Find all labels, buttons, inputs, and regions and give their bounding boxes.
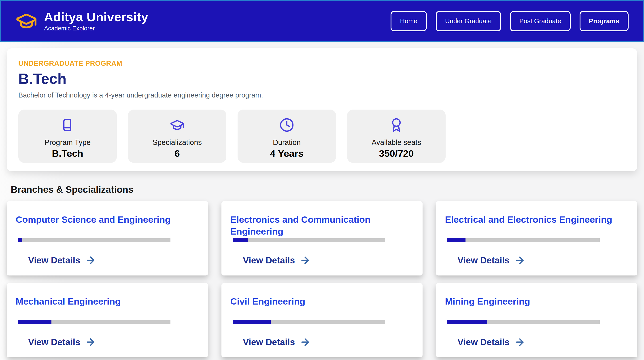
app-header: Aditya University Academic Explorer Home… <box>0 0 644 42</box>
view-details-link[interactable]: View Details <box>28 337 96 348</box>
progress-bar <box>18 238 170 242</box>
nav-button-home[interactable]: Home <box>390 11 426 31</box>
view-details-link[interactable]: View Details <box>243 337 311 348</box>
arrow-right-icon <box>514 337 525 348</box>
stat-value: 6 <box>174 148 180 159</box>
main-nav: Home Under Graduate Post Graduate Progra… <box>390 11 628 31</box>
program-description: Bachelor of Technology is a 4-year under… <box>18 91 626 99</box>
progress-bar <box>447 320 600 324</box>
program-eyebrow: UNDERGRADUATE PROGRAM <box>18 59 626 67</box>
view-details-label: View Details <box>28 337 80 347</box>
arrow-right-icon <box>300 255 310 266</box>
stat-card-program-type: Program Type B.Tech <box>18 110 117 163</box>
brand: Aditya University Academic Explorer <box>16 10 148 32</box>
branch-title: Electrical and Electronics Engineering <box>445 214 626 226</box>
stat-value: 350/720 <box>379 148 414 159</box>
view-details-link[interactable]: View Details <box>243 255 311 266</box>
branch-card-mining: Mining Engineering View Details <box>436 283 637 357</box>
graduation-cap-icon <box>170 118 184 132</box>
graduation-cap-logo-icon <box>16 10 37 32</box>
branches-heading: Branches & Specializations <box>11 184 637 195</box>
stat-value: B.Tech <box>52 148 83 159</box>
stat-card-specializations: Specializations 6 <box>128 110 226 163</box>
brand-title: Aditya University <box>44 10 148 24</box>
progress-bar <box>233 320 385 324</box>
program-overview-card: UNDERGRADUATE PROGRAM B.Tech Bachelor of… <box>7 48 637 171</box>
stat-label: Duration <box>273 138 301 147</box>
branch-card-ece: Electronics and Communication Engineerin… <box>222 201 423 276</box>
branch-title: Mining Engineering <box>445 296 626 308</box>
stat-value: 4 Years <box>270 148 304 159</box>
nav-button-post-graduate[interactable]: Post Graduate <box>510 11 571 31</box>
view-details-link[interactable]: View Details <box>458 255 525 266</box>
branch-title: Electronics and Communication Engineerin… <box>230 214 412 238</box>
view-details-label: View Details <box>243 337 295 347</box>
progress-fill <box>447 238 466 242</box>
stat-label: Program Type <box>44 138 91 147</box>
brand-subtitle: Academic Explorer <box>44 25 148 32</box>
progress-bar <box>447 238 600 242</box>
stat-card-available-seats: Available seats 350/720 <box>347 110 446 163</box>
branch-title: Civil Engineering <box>230 296 412 308</box>
brand-text: Aditya University Academic Explorer <box>44 10 148 32</box>
arrow-right-icon <box>85 255 96 266</box>
view-details-link[interactable]: View Details <box>458 337 525 348</box>
progress-bar <box>18 320 170 324</box>
clock-icon <box>280 118 294 132</box>
progress-fill <box>18 320 52 324</box>
nav-button-programs[interactable]: Programs <box>580 11 628 31</box>
progress-fill <box>447 320 487 324</box>
progress-bar <box>233 238 385 242</box>
branch-card-civil: Civil Engineering View Details <box>222 283 423 357</box>
arrow-right-icon <box>85 337 96 348</box>
arrow-right-icon <box>514 255 525 266</box>
program-title: B.Tech <box>18 70 626 87</box>
view-details-label: View Details <box>243 255 295 265</box>
view-details-label: View Details <box>458 255 510 265</box>
branch-card-cse: Computer Science and Engineering View De… <box>7 201 208 276</box>
branch-title: Mechanical Engineering <box>16 296 197 308</box>
view-details-link[interactable]: View Details <box>28 255 96 266</box>
arrow-right-icon <box>300 337 310 348</box>
progress-fill <box>18 238 22 242</box>
stat-card-duration: Duration 4 Years <box>238 110 336 163</box>
stat-label: Specializations <box>152 138 202 147</box>
stat-label: Available seats <box>372 138 421 147</box>
branch-grid: Computer Science and Engineering View De… <box>7 201 637 357</box>
view-details-label: View Details <box>28 255 80 265</box>
book-icon <box>60 118 75 132</box>
nav-button-under-graduate[interactable]: Under Graduate <box>436 11 501 31</box>
award-icon <box>389 118 404 132</box>
program-stats-row: Program Type B.Tech Specializations 6 Du… <box>18 110 626 163</box>
main-content: UNDERGRADUATE PROGRAM B.Tech Bachelor of… <box>0 48 644 357</box>
branch-card-eee: Electrical and Electronics Engineering V… <box>436 201 637 276</box>
branch-title: Computer Science and Engineering <box>16 214 197 226</box>
progress-fill <box>233 320 271 324</box>
view-details-label: View Details <box>458 337 510 347</box>
progress-fill <box>233 238 248 242</box>
branch-card-mechanical: Mechanical Engineering View Details <box>7 283 208 357</box>
